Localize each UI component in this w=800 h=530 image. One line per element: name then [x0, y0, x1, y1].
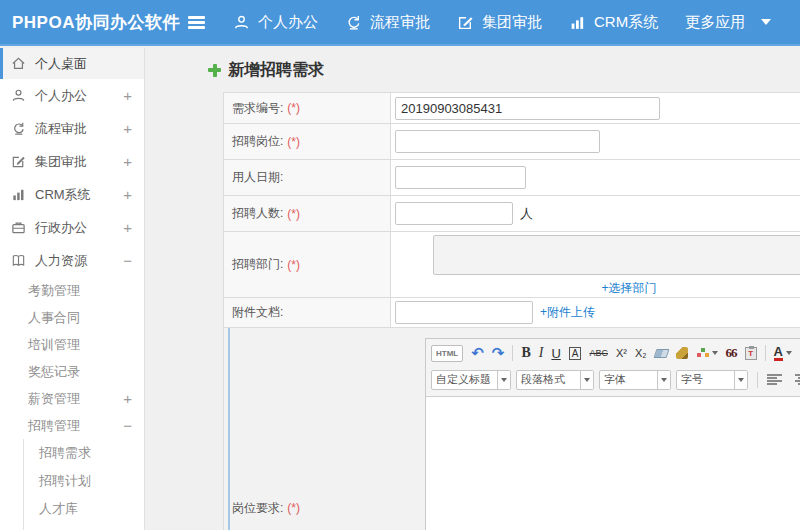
- position-input[interactable]: [395, 130, 600, 153]
- nav-item-group-approval[interactable]: 集团审批: [457, 13, 542, 32]
- nav-label: 流程审批: [370, 13, 430, 32]
- top-header-bar: PHPOA协同办公软件 个人办公 流程审批 集团审批 CRM系统 更多应用: [0, 0, 800, 46]
- sidebar-subitem-hr-contract[interactable]: 人事合同: [0, 304, 144, 331]
- expand-toggle[interactable]: +: [123, 87, 132, 104]
- sidebar-item-personal-desktop[interactable]: 个人桌面: [0, 48, 144, 79]
- sidebar-subitem-recruit-demand[interactable]: 招聘需求: [24, 439, 144, 467]
- select-department-link[interactable]: +选择部门: [601, 280, 656, 297]
- nav-item-crm[interactable]: CRM系统: [569, 13, 658, 32]
- paste-letter: T: [748, 349, 753, 358]
- font-color-button[interactable]: A: [774, 346, 792, 361]
- sidebar-item-human-resources[interactable]: 人力资源 −: [0, 244, 144, 277]
- required-mark: (*): [287, 101, 300, 115]
- nav-item-more-apps[interactable]: 更多应用: [685, 13, 771, 32]
- clear-format-eraser-icon[interactable]: [653, 349, 669, 358]
- format-brush-icon[interactable]: [676, 347, 688, 359]
- sidebar-subitem-rewards[interactable]: 奖惩记录: [0, 358, 144, 385]
- sidebar-subitem-recruit-plan[interactable]: 招聘计划: [24, 467, 144, 495]
- superscript-icon[interactable]: X²: [616, 347, 627, 359]
- toolbar-separator: [765, 345, 766, 361]
- sidebar-subitem-salary[interactable]: 薪资管理 +: [0, 385, 144, 412]
- source-code-button[interactable]: HTML: [431, 345, 463, 362]
- nav-item-process-approval[interactable]: 流程审批: [345, 13, 430, 32]
- expand-toggle[interactable]: +: [123, 153, 132, 170]
- editor-content-area[interactable]: [426, 396, 800, 530]
- underline-icon[interactable]: U: [551, 346, 560, 361]
- sidebar-subitem-talent-pool[interactable]: 人才库: [24, 495, 144, 523]
- sidebar-item-admin-office[interactable]: 行政办公 +: [0, 211, 144, 244]
- sidebar-subitem-label: 考勤管理: [28, 282, 80, 300]
- required-mark: (*): [287, 501, 300, 515]
- sidebar-item-personal-office[interactable]: 个人办公 +: [0, 79, 144, 112]
- align-left-icon[interactable]: [767, 374, 782, 385]
- subscript-icon[interactable]: X₂: [635, 347, 647, 359]
- dropdown-arrow-button[interactable]: [657, 371, 670, 389]
- field-label: 需求编号:: [232, 100, 283, 117]
- align-center-icon[interactable]: [795, 374, 800, 385]
- department-textarea[interactable]: [433, 235, 800, 275]
- caret-down-icon: [584, 378, 590, 382]
- sidebar-subitem-label: 招聘计划: [39, 472, 91, 490]
- sidebar-item-crm[interactable]: CRM系统 +: [0, 178, 144, 211]
- font-family-dropdown[interactable]: 字体: [599, 370, 671, 390]
- dropdown-arrow-button[interactable]: [734, 371, 747, 389]
- attachment-input[interactable]: [395, 301, 533, 324]
- sidebar-subitem-label: 奖惩记录: [28, 363, 80, 381]
- demand-no-input[interactable]: [395, 97, 660, 120]
- field-label: 招聘岗位:: [232, 133, 283, 150]
- dropdown-arrow-button[interactable]: [580, 371, 593, 389]
- expand-toggle[interactable]: +: [123, 390, 132, 407]
- caret-down-icon: [661, 378, 667, 382]
- attachment-upload-link[interactable]: +附件上传: [540, 304, 595, 321]
- custom-heading-dropdown[interactable]: 自定义标题: [431, 370, 511, 390]
- hire-date-input[interactable]: [395, 166, 526, 189]
- sidebar-subitem-attendance[interactable]: 考勤管理: [0, 277, 144, 304]
- recruitment-form: 需求编号: (*) 招聘岗位: (*) 用人日期:: [223, 92, 800, 530]
- redo-icon[interactable]: ↷: [492, 344, 505, 362]
- nav-item-personal-office[interactable]: 个人办公: [233, 13, 318, 32]
- collapse-toggle[interactable]: −: [123, 417, 132, 434]
- headcount-input[interactable]: [395, 202, 513, 225]
- sidebar-item-group-approval[interactable]: 集团审批 +: [0, 145, 144, 178]
- expand-toggle[interactable]: +: [123, 186, 132, 203]
- nav-label: CRM系统: [594, 13, 658, 32]
- sidebar-item-label: 个人桌面: [35, 55, 87, 73]
- form-row-attachment: 附件文档: +附件上传: [224, 298, 800, 328]
- nav-label: 个人办公: [258, 13, 318, 32]
- sidebar-item-label: 个人办公: [35, 87, 87, 105]
- field-label-cell: 需求编号: (*): [224, 93, 391, 123]
- plain-paste-icon[interactable]: T: [745, 347, 757, 360]
- field-label-cell: 招聘部门: (*): [224, 232, 391, 297]
- paragraph-format-dropdown[interactable]: 段落格式: [516, 370, 594, 390]
- sidebar-subitem-label: 招聘管理: [28, 417, 80, 435]
- expand-toggle[interactable]: +: [123, 219, 132, 236]
- italic-icon[interactable]: I: [539, 345, 544, 361]
- form-row-demand-no: 需求编号: (*): [224, 93, 800, 124]
- blockquote-icon[interactable]: 66: [726, 345, 737, 361]
- sidebar-subitem-recruitment[interactable]: 招聘管理 −: [0, 412, 144, 439]
- field-label-cell: 招聘岗位: (*): [224, 124, 391, 159]
- field-label: 附件文档:: [232, 304, 283, 321]
- font-size-dropdown[interactable]: 字号: [676, 370, 748, 390]
- char-border-icon[interactable]: A: [569, 347, 582, 360]
- emotion-palette-button[interactable]: [696, 347, 718, 359]
- sidebar-item-label: 人力资源: [35, 252, 87, 270]
- palette-icon: [696, 347, 709, 359]
- bold-icon[interactable]: B: [521, 345, 530, 361]
- undo-icon[interactable]: ↶: [471, 344, 484, 362]
- collapse-toggle[interactable]: −: [123, 252, 132, 269]
- font-color-icon: A: [774, 346, 783, 361]
- field-value-cell: 人: [391, 196, 800, 231]
- sidebar-item-process-approval[interactable]: 流程审批 +: [0, 112, 144, 145]
- sidebar-subitem-training[interactable]: 培训管理: [0, 331, 144, 358]
- book-icon: [11, 253, 26, 268]
- user-icon: [11, 88, 26, 103]
- hamburger-menu-icon[interactable]: [188, 16, 205, 29]
- sidebar-item-label: 集团审批: [35, 153, 87, 171]
- page-title: 新增招聘需求: [228, 60, 324, 81]
- home-icon: [11, 56, 26, 71]
- dropdown-arrow-button[interactable]: [497, 371, 510, 389]
- expand-toggle[interactable]: +: [123, 120, 132, 137]
- strikethrough-icon[interactable]: ABC: [589, 348, 608, 358]
- recruitment-submenu: 招聘需求 招聘计划 人才库: [23, 439, 144, 530]
